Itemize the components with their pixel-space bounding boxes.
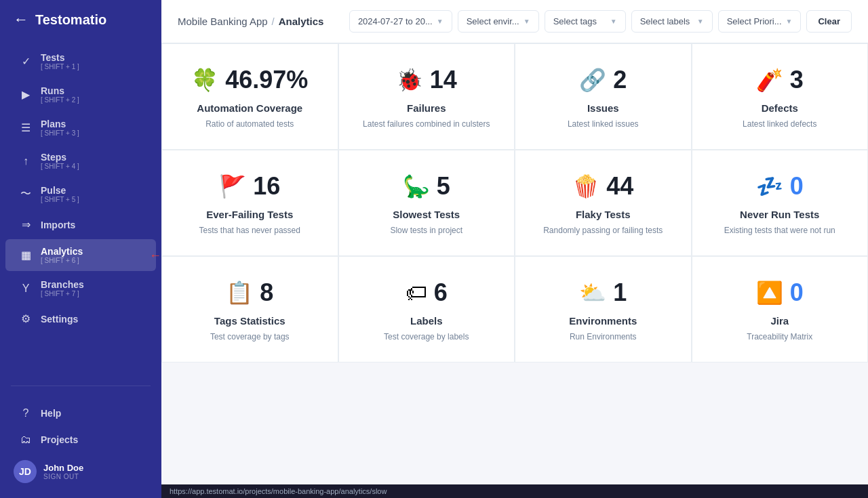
projects-label: Projects	[41, 434, 78, 445]
analytics-card[interactable]: 🍀46.97%Automation CoverageRatio of autom…	[161, 43, 338, 150]
tests-shortcut: [ SHIFT + 1 ]	[41, 63, 79, 70]
tags-filter[interactable]: Select tags ▼	[545, 10, 626, 33]
header-filters: 2024-07-27 to 20... ▼ Select envir... ▼ …	[349, 10, 852, 33]
breadcrumb: Mobile Banking App / Analytics	[178, 16, 323, 27]
card-desc: Latest failures combined in culsters	[363, 118, 490, 130]
pulse-shortcut: [ SHIFT + 5 ]	[41, 196, 79, 203]
tags-chevron: ▼	[610, 18, 617, 25]
analytics-shortcut: [ SHIFT + 6 ]	[41, 257, 83, 264]
sidebar-item-plans[interactable]: ☰Plans[ SHIFT + 3 ]	[5, 112, 156, 144]
card-emoji: 🔗	[579, 69, 606, 91]
analytics-card[interactable]: 🍿44Flaky TestsRandomly passing or failin…	[515, 150, 692, 256]
priority-filter[interactable]: Select Priori... ▼	[718, 10, 802, 33]
sidebar-item-projects[interactable]: 🗂 Projects	[5, 427, 156, 453]
branches-icon: Y	[19, 283, 33, 295]
breadcrumb-page: Analytics	[279, 16, 324, 27]
card-desc: Run Environments	[570, 331, 637, 343]
sidebar-item-pulse[interactable]: 〜Pulse[ SHIFT + 5 ]	[5, 178, 156, 210]
card-title: Automation Coverage	[197, 102, 302, 114]
settings-icon: ⚙	[19, 312, 33, 325]
environment-filter[interactable]: Select envir... ▼	[458, 10, 539, 33]
sign-out-label[interactable]: SIGN OUT	[43, 473, 83, 480]
sidebar-item-steps[interactable]: ↑Steps[ SHIFT + 4 ]	[5, 145, 156, 177]
clear-button[interactable]: Clear	[806, 10, 852, 33]
card-emoji: 🔼	[756, 282, 783, 304]
logo-icon: ←	[14, 11, 28, 28]
analytics-card[interactable]: 🧨3DefectsLatest linked defects	[692, 43, 869, 150]
status-bar: https://app.testomat.io/projects/mobile-…	[161, 484, 868, 498]
sidebar-divider	[11, 386, 151, 386]
logo[interactable]: ← Testomatio	[0, 0, 161, 39]
card-desc: Latest linked defects	[743, 118, 816, 130]
card-emoji: 🐞	[396, 69, 423, 91]
analytics-card[interactable]: 🔼0JiraTraceability Matrix	[692, 256, 869, 362]
environment-chevron: ▼	[524, 18, 530, 25]
sidebar-item-help[interactable]: ? Help	[5, 400, 156, 426]
sidebar-item-settings[interactable]: ⚙Settings	[5, 306, 156, 332]
analytics-icon: ▦	[19, 249, 33, 262]
card-number: 2	[613, 66, 627, 94]
card-number: 5	[437, 172, 450, 201]
card-title: Ever-Failing Tests	[206, 209, 293, 220]
analytics-card[interactable]: ⛅1EnvironmentsRun Environments	[515, 256, 692, 362]
header: Mobile Banking App / Analytics 2024-07-2…	[161, 0, 868, 43]
priority-filter-label: Select Priori...	[727, 16, 782, 26]
sidebar-item-tests[interactable]: ✓Tests[ SHIFT + 1 ]	[5, 45, 156, 77]
card-number: 0	[790, 172, 804, 201]
projects-icon: 🗂	[19, 434, 33, 446]
analytics-card[interactable]: 🦕5Slowest TestsSlow tests in project	[338, 150, 515, 256]
analytics-card[interactable]: 🚩16Ever-Failing TestsTests that has neve…	[161, 150, 338, 256]
card-desc: Randomly passing or failing tests	[543, 224, 663, 236]
sidebar-item-analytics[interactable]: ▦Analytics[ SHIFT + 6 ]←	[5, 239, 156, 271]
card-number: 46.97%	[225, 66, 308, 94]
imports-icon: ⇒	[19, 218, 33, 231]
date-filter-label: 2024-07-27 to 20...	[358, 16, 433, 26]
runs-shortcut: [ SHIFT + 2 ]	[41, 96, 79, 104]
active-arrow-icon: ←	[149, 248, 161, 262]
card-desc: Ratio of automated tests	[205, 118, 294, 130]
card-number: 6	[434, 278, 448, 307]
card-desc: Latest linked issues	[568, 118, 639, 130]
card-emoji: 📋	[226, 282, 253, 304]
analytics-grid: 🍀46.97%Automation CoverageRatio of autom…	[161, 43, 868, 362]
card-title: Tags Statistics	[214, 315, 285, 327]
card-title: Failures	[407, 102, 446, 114]
tests-icon: ✓	[19, 55, 33, 68]
help-label: Help	[41, 408, 61, 419]
card-title: Flaky Tests	[576, 209, 631, 220]
card-number: 16	[253, 172, 280, 201]
card-desc: Slow tests in project	[390, 224, 462, 236]
analytics-card[interactable]: 🏷6LabelsTest coverage by labels	[338, 256, 515, 362]
help-icon: ?	[19, 407, 33, 419]
environment-filter-label: Select envir...	[467, 16, 519, 26]
runs-icon: ▶	[19, 88, 33, 101]
breadcrumb-project[interactable]: Mobile Banking App	[178, 16, 268, 27]
card-number: 14	[430, 66, 457, 94]
card-emoji: 💤	[756, 175, 783, 197]
sidebar-item-imports[interactable]: ⇒Imports	[5, 211, 156, 238]
analytics-card[interactable]: 🐞14FailuresLatest failures combined in c…	[338, 43, 515, 150]
card-number: 44	[606, 172, 633, 201]
analytics-card[interactable]: 💤0Never Run TestsExisting tests that wer…	[692, 150, 869, 256]
card-emoji: ⛅	[579, 282, 606, 304]
plans-shortcut: [ SHIFT + 3 ]	[41, 129, 79, 137]
labels-filter[interactable]: Select labels ▼	[631, 10, 713, 33]
card-desc: Tests that has never passed	[199, 224, 300, 236]
card-emoji: 🚩	[219, 175, 246, 197]
user-profile[interactable]: JD John Doe SIGN OUT	[0, 453, 161, 490]
analytics-card[interactable]: 📋8Tags StatisticsTest coverage by tags	[161, 256, 338, 362]
date-filter[interactable]: 2024-07-27 to 20... ▼	[349, 10, 452, 33]
sidebar-item-runs[interactable]: ▶Runs[ SHIFT + 2 ]	[5, 79, 156, 110]
card-number: 8	[260, 278, 273, 307]
card-emoji: 🦕	[403, 175, 430, 197]
card-emoji: 🍀	[191, 69, 218, 91]
main-content: Mobile Banking App / Analytics 2024-07-2…	[161, 0, 868, 498]
plans-label: Plans	[41, 119, 79, 129]
logo-text: Testomatio	[35, 12, 106, 28]
sidebar-item-branches[interactable]: YBranches[ SHIFT + 7 ]	[5, 272, 156, 304]
sidebar-bottom: ? Help 🗂 Projects JD John Doe SIGN OUT	[0, 392, 161, 498]
branches-shortcut: [ SHIFT + 7 ]	[41, 290, 84, 297]
priority-chevron: ▼	[786, 18, 793, 25]
analytics-card[interactable]: 🔗2IssuesLatest linked issues	[515, 43, 692, 150]
card-desc: Existing tests that were not run	[724, 224, 835, 236]
